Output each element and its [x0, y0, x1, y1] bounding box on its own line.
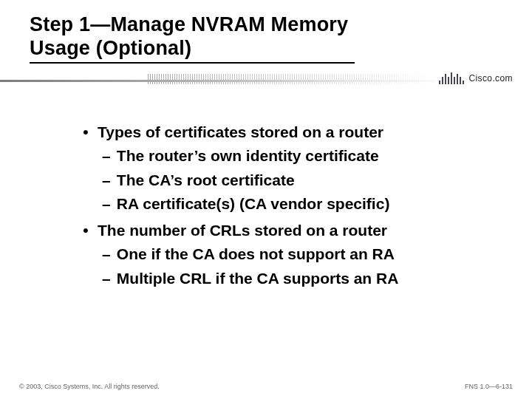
bullet-2-text: The number of CRLs stored on a router	[98, 221, 387, 240]
bullet-1-sub-3: – RA certificate(s) (CA vendor specific)	[102, 194, 502, 214]
title-underline	[30, 62, 355, 64]
dash-icon: –	[102, 269, 112, 288]
bullet-2-sub-1: – One if the CA does not support an RA	[102, 245, 502, 264]
footer-pageref: FNS 1.0—6-131	[465, 383, 513, 390]
bullet-dot-icon: •	[81, 123, 90, 142]
bullet-1-sub-2: – The CA’s root certificate	[102, 171, 502, 190]
dash-icon: –	[102, 171, 112, 190]
dash-icon: –	[102, 194, 112, 214]
bullet-2-sub-2-text: Multiple CRL if the CA supports an RA	[117, 270, 399, 287]
bullet-2-sub-1-text: One if the CA does not support an RA	[117, 245, 395, 262]
bullet-dot-icon: •	[81, 221, 90, 240]
brand-text: Cisco.com	[468, 73, 513, 83]
title-line-1: Step 1—Manage NVRAM Memory	[30, 13, 348, 35]
slide: Step 1—Manage NVRAM Memory Usage (Option…	[0, 0, 532, 399]
slide-title-block: Step 1—Manage NVRAM Memory Usage (Option…	[30, 13, 502, 64]
footer: © 2003, Cisco Systems, Inc. All rights r…	[19, 383, 513, 390]
bullet-1-text: Types of certificates stored on a router	[98, 123, 383, 142]
bullet-1-sub-2-text: The CA’s root certificate	[117, 171, 295, 188]
bullet-2: • The number of CRLs stored on a router …	[81, 221, 502, 288]
title-line-2: Usage (Optional)	[30, 37, 191, 59]
cisco-bridge-icon	[439, 72, 464, 84]
header-rule-gradient	[0, 80, 436, 82]
header-rule-ticks	[148, 74, 436, 84]
dash-icon: –	[102, 245, 112, 264]
dash-icon: –	[102, 146, 112, 166]
slide-title: Step 1—Manage NVRAM Memory Usage (Option…	[30, 13, 502, 61]
footer-copyright: © 2003, Cisco Systems, Inc. All rights r…	[19, 383, 160, 390]
bullet-1-sub-3-text: RA certificate(s) (CA vendor specific)	[117, 195, 390, 212]
bullet-1-sub-1: – The router’s own identity certificate	[102, 146, 502, 166]
bullet-2-sub-2: – Multiple CRL if the CA supports an RA	[102, 269, 502, 288]
bullet-1-sub-1-text: The router’s own identity certificate	[117, 147, 379, 164]
bullet-1: • Types of certificates stored on a rout…	[81, 123, 502, 214]
brand-logo: Cisco.com	[439, 72, 513, 84]
content-area: • Types of certificates stored on a rout…	[81, 123, 502, 293]
